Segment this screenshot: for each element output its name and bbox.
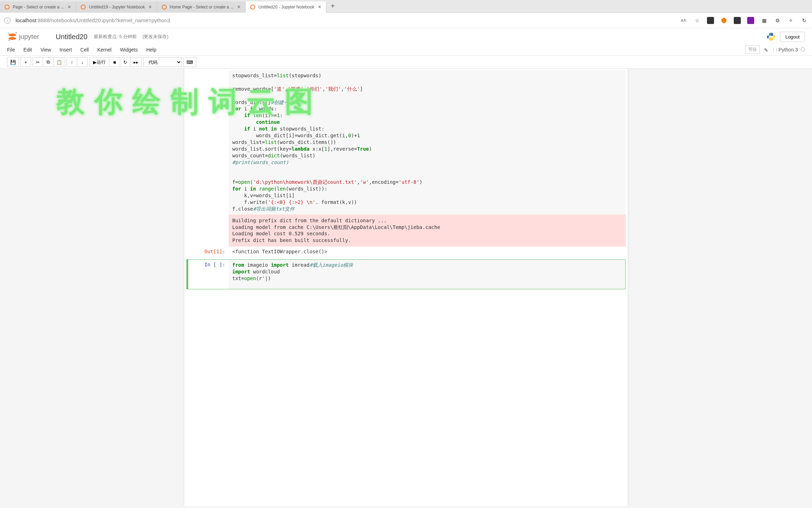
jupyter-logo[interactable]: jupyter: [7, 31, 49, 42]
add-cell-button[interactable]: +: [20, 57, 31, 67]
ext-icon-2[interactable]: [720, 17, 727, 24]
svg-point-5: [8, 37, 16, 40]
star-icon[interactable]: ☆: [694, 17, 701, 24]
header-right: Logout: [767, 32, 805, 42]
edit-icon[interactable]: ✎: [764, 47, 769, 52]
ext-icon-4[interactable]: [747, 17, 754, 24]
jupyter-menubar: File Edit View Insert Cell Kernel Widget…: [0, 44, 812, 56]
browser-tabstrip: Page - Select or create a ... × Untitled…: [0, 0, 812, 13]
trusted-button[interactable]: 可信: [745, 45, 760, 54]
translate-icon[interactable]: Aあ: [680, 17, 687, 24]
new-tab-button[interactable]: +: [326, 2, 339, 10]
browser-tab-3[interactable]: Untitled20 - Jupyter Notebook ×: [246, 1, 326, 13]
kernel-name[interactable]: | Python 3: [773, 47, 805, 53]
notebook-title[interactable]: Untitled20: [56, 33, 87, 41]
menu-file[interactable]: File: [7, 46, 15, 54]
svg-point-10: [770, 34, 770, 34]
python-logo-icon: [767, 32, 776, 41]
close-icon[interactable]: ×: [67, 4, 72, 10]
restart-button[interactable]: ↻: [120, 57, 131, 67]
run-button[interactable]: ▶ 运行: [89, 57, 110, 67]
url-display[interactable]: localhost:8888/notebooks/Untitled20.ipyn…: [16, 17, 675, 23]
url-port: :8888: [36, 17, 50, 23]
menu-cell[interactable]: Cell: [80, 46, 89, 54]
save-button[interactable]: 💾: [7, 57, 19, 67]
tab-title: Home Page - Select or create a ...: [170, 5, 234, 10]
menu-edit[interactable]: Edit: [24, 46, 32, 54]
browser-tab-0[interactable]: Page - Select or create a ... ×: [0, 1, 76, 13]
svg-point-4: [8, 34, 16, 36]
ext-icon-3[interactable]: [734, 17, 741, 24]
command-palette-button[interactable]: ⌨: [183, 57, 196, 67]
output-text-1: <function TextIOWrapper.close()>: [229, 247, 626, 256]
copy-button[interactable]: ⧉: [43, 57, 54, 67]
menu-widgets[interactable]: Widgets: [120, 46, 138, 54]
menu-help[interactable]: Help: [146, 46, 156, 54]
jupyter-tab-icon: [80, 4, 86, 10]
svg-point-6: [8, 33, 9, 34]
extensions-icon[interactable]: ⚙: [774, 17, 781, 24]
paste-button[interactable]: 📋: [54, 57, 65, 67]
code-editor-2[interactable]: from imageio import imread#载入imageio模块 i…: [229, 260, 625, 289]
url-path: /notebooks/Untitled20.ipynb?kernel_name=…: [50, 17, 170, 23]
input-prompt-2: In [ ]:: [188, 260, 229, 289]
output-cell-1: Out[1]: <function TextIOWrapper.close()>: [186, 247, 626, 256]
menu-right: 可信 ✎ | Python 3: [745, 45, 805, 54]
ext-icon-1[interactable]: [707, 17, 714, 24]
code-editor-1[interactable]: stopwords_list=list(stopwords) remove_wo…: [229, 70, 626, 214]
svg-point-11: [772, 39, 773, 40]
cut-button[interactable]: ✂: [32, 57, 43, 67]
checkpoint-status: 最新检查点: 5 分钟前: [94, 34, 137, 40]
jupyter-tab-icon: [4, 4, 10, 10]
close-icon[interactable]: ×: [236, 4, 241, 10]
history-icon[interactable]: ↻: [801, 17, 808, 24]
unsaved-status: (更改未保存): [142, 34, 168, 40]
notebook-toolbar: 💾 + ✂ ⧉ 📋 ↑ ↓ ▶ 运行 ■ ↻ ▸▸ 代码 ⌨: [0, 56, 812, 69]
tab-title: Page - Select or create a ...: [13, 5, 64, 10]
url-host: localhost: [16, 17, 36, 23]
browser-tab-1[interactable]: Untitled19 - Jupyter Notebook ×: [76, 1, 157, 13]
menu-kernel[interactable]: Kernel: [97, 46, 111, 54]
menu-insert[interactable]: Insert: [60, 46, 72, 54]
output-prompt-1: Out[1]:: [186, 247, 229, 256]
move-up-button[interactable]: ↑: [67, 57, 77, 67]
output-prompt-blank: [186, 214, 229, 247]
code-cell-2[interactable]: In [ ]: from imageio import imread#载入ima…: [186, 259, 626, 289]
close-icon[interactable]: ×: [148, 4, 152, 10]
browser-toolbar-icons: Aあ ☆ ▦ ⚙ ✧ ↻: [680, 17, 808, 24]
notebook-container: stopwords_list=list(stopwords) remove_wo…: [184, 69, 628, 506]
svg-point-2: [162, 5, 166, 9]
close-icon[interactable]: ×: [317, 4, 322, 10]
svg-point-0: [5, 5, 9, 9]
svg-point-3: [251, 5, 255, 9]
code-cell-1[interactable]: stopwords_list=list(stopwords) remove_wo…: [186, 70, 626, 214]
kernel-idle-icon: [801, 47, 805, 52]
jupyter-tab-icon: [250, 4, 256, 10]
move-down-button[interactable]: ↓: [77, 57, 88, 67]
jupyter-logo-svg: jupyter: [7, 31, 49, 42]
browser-address-bar: i localhost:8888/notebooks/Untitled20.ip…: [0, 13, 812, 28]
svg-text:jupyter: jupyter: [19, 33, 39, 40]
fast-forward-button[interactable]: ▸▸: [131, 57, 142, 67]
tab-title: Untitled19 - Jupyter Notebook: [89, 5, 145, 10]
svg-point-1: [81, 5, 85, 9]
notebook-area: stopwords_list=list(stopwords) remove_wo…: [0, 69, 812, 506]
site-info-icon[interactable]: i: [4, 17, 11, 24]
header-left: jupyter Untitled20 最新检查点: 5 分钟前 (更改未保存): [7, 31, 168, 42]
menu-view[interactable]: View: [41, 46, 51, 54]
tab-title: Untitled20 - Jupyter Notebook: [258, 5, 314, 10]
menu-items: File Edit View Insert Cell Kernel Widget…: [7, 46, 156, 54]
svg-point-7: [16, 32, 17, 34]
stop-button[interactable]: ■: [110, 57, 120, 67]
svg-point-8: [8, 40, 10, 41]
input-prompt-1: [186, 70, 229, 214]
stderr-text: Building prefix dict from the default di…: [229, 214, 626, 247]
logout-button[interactable]: Logout: [780, 32, 805, 42]
jupyter-header: jupyter Untitled20 最新检查点: 5 分钟前 (更改未保存) …: [0, 28, 812, 44]
jupyter-tab-icon: [161, 4, 167, 10]
browser-tab-2[interactable]: Home Page - Select or create a ... ×: [157, 1, 246, 13]
cell-type-select[interactable]: 代码: [143, 57, 182, 67]
collections-icon[interactable]: ▦: [761, 17, 768, 24]
favorites-icon[interactable]: ✧: [787, 17, 794, 24]
stderr-output: Building prefix dict from the default di…: [186, 214, 626, 247]
